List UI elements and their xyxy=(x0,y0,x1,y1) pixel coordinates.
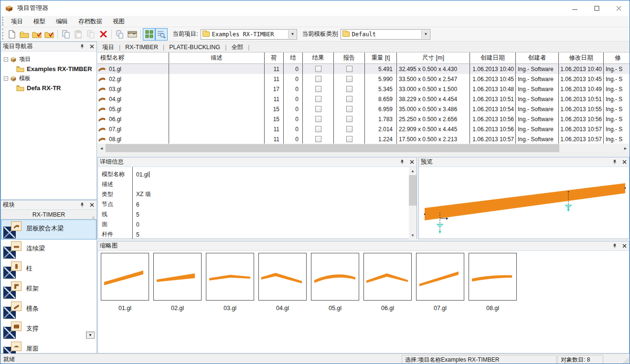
result-checkbox[interactable] xyxy=(315,76,321,82)
thumbnail-image[interactable] xyxy=(469,253,517,301)
thumbnail-image[interactable] xyxy=(416,253,464,301)
result-checkbox[interactable] xyxy=(315,86,321,92)
result-checkbox[interactable] xyxy=(315,126,321,132)
table-row[interactable]: 07.gl1102.01422.909 x 0.500 x 4.4451.06.… xyxy=(97,124,630,134)
new-project-button[interactable] xyxy=(6,28,18,41)
import-model-button[interactable] xyxy=(114,28,126,41)
tree-item[interactable]: Examples RX-TIMBER xyxy=(4,64,96,73)
copy-special-button[interactable] xyxy=(85,28,97,41)
table-row[interactable]: 08.gl1101.22417.500 x 0.500 x 2.2131.06.… xyxy=(97,134,630,144)
detail-value[interactable]: 5 xyxy=(132,211,139,218)
thumbnail-image[interactable] xyxy=(363,253,412,301)
module-item[interactable]: 支撑 xyxy=(1,320,96,340)
column-header-3[interactable]: 结 xyxy=(284,52,303,63)
menu-item[interactable]: 项目 xyxy=(6,16,28,27)
module-item[interactable]: 层板胶合木梁 xyxy=(1,219,96,239)
archive-button[interactable] xyxy=(126,28,139,41)
tab-全部[interactable]: 全部 xyxy=(226,43,248,52)
tree-item[interactable]: -项目 xyxy=(4,54,96,64)
modules-scroll-down-button[interactable]: ▼ xyxy=(86,332,95,339)
pin-icon[interactable] xyxy=(612,243,618,249)
menu-grip[interactable] xyxy=(2,17,4,25)
thumbnail-item[interactable]: 07.gl xyxy=(416,253,464,312)
close-button[interactable] xyxy=(608,0,630,16)
table-row[interactable]: 06.gl1501.78325.250 x 0.500 x 2.6561.06.… xyxy=(97,114,630,124)
module-item[interactable]: 框架 xyxy=(1,280,96,300)
menu-item[interactable]: 模型 xyxy=(28,16,51,27)
thumbnail-item[interactable]: 02.gl xyxy=(153,253,202,312)
tree-expand-toggle[interactable]: - xyxy=(4,76,8,81)
chevron-down-icon[interactable]: ▼ xyxy=(421,30,429,39)
scroll-up-arrow[interactable]: ▲ xyxy=(409,167,416,175)
thumbnail-item[interactable]: 04.gl xyxy=(258,253,307,312)
modules-group-header[interactable]: RX-TIMBER ≡ xyxy=(1,210,96,219)
scrollbar-thumb[interactable] xyxy=(409,175,416,206)
close-icon[interactable] xyxy=(621,243,627,249)
report-checkbox[interactable] xyxy=(346,106,352,112)
column-header-9[interactable]: 创建者 xyxy=(516,52,559,63)
column-header-10[interactable]: 修改日期 xyxy=(559,52,604,63)
result-checkbox[interactable] xyxy=(315,96,321,102)
pin-icon[interactable] xyxy=(79,202,85,208)
pin-icon[interactable] xyxy=(399,159,405,165)
paste-button[interactable] xyxy=(72,28,85,41)
detail-view-toggle[interactable] xyxy=(155,28,168,41)
thumbnail-image[interactable] xyxy=(311,253,359,301)
scroll-down-arrow[interactable]: ▼ xyxy=(409,231,416,239)
column-header-2[interactable]: 荷 xyxy=(265,52,284,63)
result-checkbox[interactable] xyxy=(315,106,321,112)
tree-item[interactable]: Defa RX-TR xyxy=(4,83,96,93)
new-folder-button[interactable] xyxy=(18,28,31,41)
table-row[interactable]: 01.gl1105.49132.495 x 0.500 x 4.4301.06.… xyxy=(97,64,630,74)
template-category-combobox[interactable]: Default ▼ xyxy=(341,29,430,40)
delete-button[interactable] xyxy=(97,28,109,41)
tab-RX-TIMBER[interactable]: RX-TIMBER xyxy=(120,44,163,51)
thumbnail-item[interactable]: 01.gl xyxy=(101,253,149,312)
thumbnail-image[interactable] xyxy=(153,253,202,301)
connect-project-button[interactable] xyxy=(43,28,55,41)
thumbnail-image[interactable] xyxy=(101,253,149,301)
thumbnail-item[interactable]: 05.gl xyxy=(311,253,359,312)
copy-button[interactable] xyxy=(60,28,72,41)
column-header-8[interactable]: 创建日期 xyxy=(470,52,516,63)
detail-value[interactable]: XZ 墙 xyxy=(132,190,151,198)
column-header-0[interactable]: 模型名称^ xyxy=(97,52,169,63)
report-checkbox[interactable] xyxy=(346,116,352,122)
table-horizontal-scrollbar[interactable]: ◄ ► xyxy=(97,144,630,152)
thumbnail-item[interactable]: 03.gl xyxy=(206,253,254,312)
scroll-left-arrow[interactable]: ◄ xyxy=(97,144,106,152)
minimize-button[interactable] xyxy=(564,0,586,16)
report-checkbox[interactable] xyxy=(346,96,352,102)
thumbnail-view-toggle[interactable] xyxy=(143,28,155,41)
close-icon[interactable] xyxy=(409,159,415,165)
table-row[interactable]: 03.gl1705.34533.000 x 0.500 x 1.5001.06.… xyxy=(97,84,630,94)
result-checkbox[interactable] xyxy=(315,136,321,142)
scrollbar-track[interactable] xyxy=(106,144,621,152)
close-icon[interactable] xyxy=(621,159,627,165)
open-project-button[interactable] xyxy=(31,28,43,41)
report-checkbox[interactable] xyxy=(346,126,352,132)
report-checkbox[interactable] xyxy=(346,86,352,92)
report-checkbox[interactable] xyxy=(346,66,352,72)
pin-icon[interactable] xyxy=(612,159,618,165)
thumbnail-image[interactable] xyxy=(206,253,254,301)
current-project-combobox[interactable]: Examples RX-TIMBER ▼ xyxy=(201,29,297,40)
table-row[interactable]: 04.gl1108.65938.229 x 0.500 x 4.4541.06.… xyxy=(97,94,630,104)
pin-icon[interactable] xyxy=(79,44,85,50)
column-header-5[interactable]: 报告 xyxy=(334,52,365,63)
table-row[interactable]: 05.gl1506.95935.000 x 0.500 x 3.4861.06.… xyxy=(97,104,630,114)
column-header-4[interactable]: 结果 xyxy=(303,52,334,63)
chevron-down-icon[interactable]: ▼ xyxy=(288,30,296,39)
report-checkbox[interactable] xyxy=(346,76,352,82)
tab-项目[interactable]: 项目 xyxy=(97,43,119,52)
tab-PLATE-BUCKLING[interactable]: PLATE-BUCKLING xyxy=(164,44,225,51)
menu-item[interactable]: 视图 xyxy=(107,16,130,27)
maximize-button[interactable] xyxy=(586,0,608,16)
thumbnail-item[interactable]: 08.gl xyxy=(469,253,517,312)
scroll-right-arrow[interactable]: ► xyxy=(621,144,630,152)
menu-item[interactable]: 编辑 xyxy=(51,16,73,27)
toolbar-grip[interactable] xyxy=(2,29,4,40)
result-checkbox[interactable] xyxy=(315,66,321,72)
column-header-1[interactable]: 描述 xyxy=(169,52,265,63)
detail-value[interactable]: 5 xyxy=(132,231,139,238)
